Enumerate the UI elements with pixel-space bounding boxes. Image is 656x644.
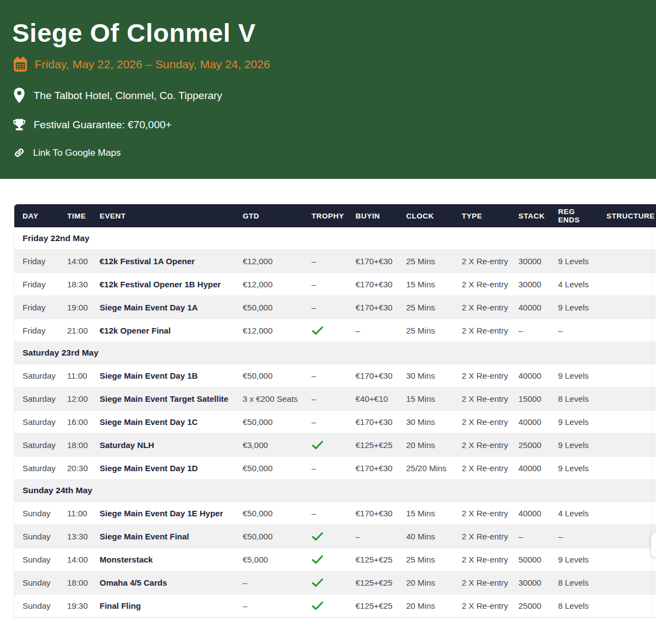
column-header-structure: STRUCTURE [598, 204, 656, 227]
cell-structure [598, 433, 656, 456]
cell-structure [598, 525, 656, 548]
cell-time: 18:30 [59, 272, 91, 296]
cell-time: 18:00 [59, 571, 91, 594]
cell-type: 2 X Re-entry [453, 571, 510, 594]
trophy-check-icon [311, 326, 324, 335]
google-maps-link[interactable]: Link To Google Maps [13, 146, 121, 159]
cell-trophy: – [303, 249, 347, 272]
scrollbar-track [651, 227, 656, 617]
cell-clock: 25 Mins [398, 249, 453, 272]
cell-event: €12k Festival Opener 1B Hyper [91, 272, 234, 296]
column-header-day: DAY [14, 204, 59, 227]
event-row: Sunday14:00Monsterstack€5,000€125+€2525 … [14, 548, 656, 571]
date-range-text: Friday, May 22, 2026 – Sunday, May 24, 2… [35, 58, 270, 71]
column-header-time: TIME [59, 204, 91, 227]
cell-day: Saturday [14, 456, 59, 479]
cell-trophy: – [303, 364, 347, 387]
cell-structure [598, 249, 656, 272]
event-row: Saturday12:00Siege Main Event Target Sat… [14, 387, 656, 410]
guarantee-row: Festival Guarantee: €70,000+ [12, 118, 172, 132]
cell-time: 16:00 [59, 410, 91, 433]
cell-stack: 40000 [510, 296, 550, 319]
venue-text: The Talbot Hotel, Clonmel, Co. Tipperary [34, 90, 222, 102]
cell-day: Saturday [14, 410, 59, 433]
cell-clock: 25 Mins [398, 548, 453, 571]
day-section-row: Saturday 23rd May [14, 342, 656, 364]
column-header-stack: STACK [510, 204, 550, 227]
column-header-trophy: TROPHY [303, 204, 347, 227]
cell-buyin: – [347, 525, 398, 548]
cell-buyin: €125+€25 [347, 594, 398, 617]
trophy-check-icon [311, 532, 324, 541]
cell-day: Sunday [14, 548, 59, 571]
cell-trophy [303, 548, 347, 571]
cell-buyin: €170+€30 [347, 296, 398, 319]
cell-stack: 40000 [510, 456, 550, 479]
cell-trophy: – [303, 296, 347, 319]
cell-time: 11:00 [59, 364, 91, 387]
cell-buyin: €125+€25 [347, 548, 398, 571]
scrollbar-thumb[interactable] [651, 533, 656, 558]
cell-type: 2 X Re-entry [453, 296, 510, 319]
trophy-check-icon [311, 578, 324, 587]
cell-reg-ends: 9 Levels [550, 296, 598, 319]
cell-gtd: 3 x €200 Seats [234, 387, 303, 410]
cell-stack: 30000 [510, 272, 550, 296]
cell-structure [598, 296, 656, 319]
cell-structure [598, 501, 656, 525]
cell-day: Sunday [14, 571, 59, 594]
cell-buyin: €170+€30 [347, 410, 398, 433]
cell-type: 2 X Re-entry [453, 525, 510, 548]
event-row: Saturday16:00Siege Main Event Day 1C€50,… [14, 410, 656, 433]
cell-clock: 25 Mins [398, 319, 453, 342]
cell-reg-ends: 8 Levels [550, 387, 598, 410]
cell-structure [598, 319, 656, 342]
cell-time: 13:30 [59, 525, 91, 548]
date-range-row: Friday, May 22, 2026 – Sunday, May 24, 2… [13, 57, 270, 72]
event-row: Friday19:00Siege Main Event Day 1A€50,00… [14, 296, 656, 319]
cell-stack: 50000 [510, 548, 550, 571]
cell-type: 2 X Re-entry [453, 410, 510, 433]
cell-time: 18:00 [59, 433, 91, 456]
cell-time: 14:00 [59, 548, 91, 571]
cell-clock: 25 Mins [398, 296, 453, 319]
cell-structure [598, 456, 656, 479]
event-row: Friday18:30€12k Festival Opener 1B Hyper… [14, 272, 656, 296]
cell-gtd: €5,000 [234, 548, 303, 571]
trophy-check-icon [311, 555, 324, 564]
cell-day: Friday [14, 249, 59, 272]
cell-buyin: €125+€25 [347, 571, 398, 594]
cell-day: Friday [14, 272, 59, 296]
cell-structure [598, 548, 656, 571]
cell-type: 2 X Re-entry [453, 319, 510, 342]
location-pin-icon [14, 88, 25, 103]
cell-time: 11:00 [59, 501, 91, 525]
day-section-label: Friday 22nd May [14, 227, 656, 249]
cell-event: Siege Main Event Day 1B [91, 364, 234, 387]
cell-event: Omaha 4/5 Cards [91, 571, 234, 594]
calendar-icon [13, 57, 28, 72]
column-header-buyin: BUYIN [347, 204, 398, 227]
cell-time: 12:00 [59, 387, 91, 410]
google-maps-link-label: Link To Google Maps [33, 148, 121, 159]
cell-reg-ends: 9 Levels [550, 456, 598, 479]
event-row: Friday14:00€12k Festival 1A Opener€12,00… [14, 249, 656, 272]
cell-buyin: €170+€30 [347, 249, 398, 272]
cell-type: 2 X Re-entry [453, 594, 510, 617]
cell-event: €12k Opener Final [91, 319, 234, 342]
day-section-label: Saturday 23rd May [14, 342, 656, 364]
trophy-check-icon [311, 440, 324, 450]
cell-time: 14:00 [59, 249, 91, 272]
cell-gtd: €12,000 [234, 272, 303, 296]
schedule-body: Friday 22nd MayFriday14:00€12k Festival … [14, 227, 656, 617]
link-icon [13, 146, 25, 159]
cell-gtd: €12,000 [234, 319, 303, 342]
cell-gtd: – [234, 571, 303, 594]
cell-trophy: – [303, 456, 347, 479]
cell-buyin: €170+€30 [347, 364, 398, 387]
cell-clock: 15 Mins [398, 387, 453, 410]
cell-reg-ends: – [550, 525, 598, 548]
cell-gtd: – [234, 594, 303, 617]
cell-type: 2 X Re-entry [453, 548, 510, 571]
cell-day: Sunday [14, 501, 59, 525]
